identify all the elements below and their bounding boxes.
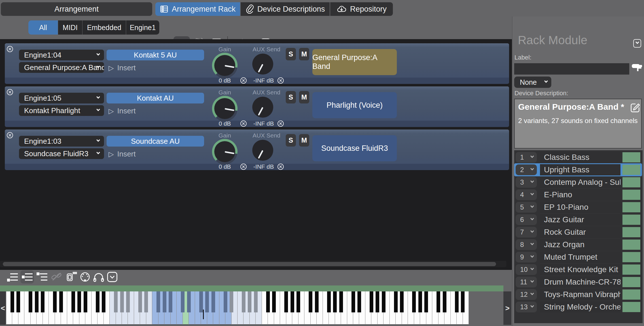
solo-button[interactable]: S	[286, 48, 296, 60]
keyboard-scroll-left-button[interactable]: <	[0, 291, 6, 325]
black-key[interactable]	[357, 291, 361, 312]
sound-row[interactable]: 6Jazz Guitar	[515, 214, 641, 225]
black-key[interactable]	[248, 291, 251, 312]
sound-row[interactable]: 8Jazz Organ	[515, 239, 641, 250]
device-target-button[interactable]: Soundcase FluidR3	[312, 135, 397, 161]
black-key[interactable]	[84, 291, 87, 312]
sound-color-swatch[interactable]	[622, 215, 640, 225]
plugin-button[interactable]: Soundcase AU	[107, 136, 204, 147]
sound-row[interactable]: 5EP 10-Piano	[515, 202, 641, 213]
solo-button[interactable]: S	[286, 91, 296, 103]
black-key[interactable]	[309, 291, 312, 312]
sound-row[interactable]: 10Street Knowledge Kit	[515, 264, 641, 275]
device-description-box[interactable]: General Purpose:A Band * 2 variants, 27 …	[514, 99, 642, 149]
black-key[interactable]	[224, 291, 227, 312]
sound-number-dropdown[interactable]: 11	[516, 277, 537, 287]
sound-color-swatch[interactable]	[622, 165, 640, 175]
black-key[interactable]	[376, 291, 379, 312]
black-key[interactable]	[455, 291, 459, 312]
sound-row[interactable]: 12Toys-Rapman Vibraphon	[515, 289, 641, 300]
sound-name-field[interactable]: Street Knowledge Kit	[540, 264, 620, 275]
black-key[interactable]	[35, 291, 39, 312]
black-key[interactable]	[266, 291, 270, 312]
tab-arrangement-rack[interactable]: Arrangement Rack	[155, 2, 240, 16]
black-key[interactable]	[351, 291, 355, 312]
sound-color-swatch[interactable]	[622, 252, 640, 262]
black-key[interactable]	[10, 291, 14, 312]
horizontal-scrollbar-thumb[interactable]	[3, 262, 496, 266]
label-input[interactable]	[514, 63, 629, 75]
sound-name-field[interactable]: Drum Machine-CR-78	[540, 276, 620, 288]
sound-name-field[interactable]: Jazz Guitar	[540, 214, 620, 225]
filter-midi[interactable]: MIDI	[58, 20, 82, 35]
black-key[interactable]	[272, 291, 276, 312]
insert-button[interactable]: ▷Insert	[109, 63, 136, 72]
black-key[interactable]	[53, 291, 57, 312]
filter-embedded[interactable]: Embedded	[82, 20, 126, 35]
sound-row[interactable]: 1Classic Bass	[515, 152, 641, 163]
aux-send-knob[interactable]	[252, 140, 273, 161]
patch-dropdown[interactable]: Kontakt Pharlight	[19, 105, 104, 116]
reset-aux-button[interactable]	[277, 77, 284, 84]
remove-row-button[interactable]	[7, 132, 13, 139]
black-key[interactable]	[424, 291, 428, 312]
remove-row-button[interactable]	[7, 89, 13, 96]
black-key[interactable]	[437, 291, 440, 312]
gain-knob[interactable]	[212, 96, 238, 121]
aux-send-knob[interactable]	[252, 54, 273, 75]
black-key[interactable]	[199, 291, 203, 312]
insert-button[interactable]: ▷Insert	[109, 107, 136, 115]
sound-color-swatch[interactable]	[622, 240, 640, 250]
tab-device-descriptions[interactable]: Device Descriptions	[241, 2, 330, 16]
sound-number-dropdown[interactable]: 13	[516, 302, 537, 312]
black-key[interactable]	[169, 291, 172, 312]
black-key[interactable]	[400, 291, 404, 312]
sound-number-dropdown[interactable]: 12	[516, 289, 537, 300]
midi-din-button[interactable]	[78, 270, 92, 283]
device-target-button[interactable]: Pharlight (Voice)	[312, 92, 397, 118]
black-key[interactable]	[339, 291, 343, 312]
black-key[interactable]	[461, 291, 465, 312]
patch-dropdown[interactable]: General Purpose:A Band	[19, 62, 104, 73]
black-key[interactable]	[291, 291, 294, 312]
sound-number-dropdown[interactable]: 2	[516, 164, 537, 175]
black-key[interactable]	[59, 291, 63, 312]
black-key[interactable]	[29, 291, 32, 312]
patch-dropdown[interactable]: Soundcase FluidR3	[19, 148, 104, 159]
sound-color-swatch[interactable]	[622, 277, 640, 287]
sound-number-dropdown[interactable]: 4	[516, 189, 537, 200]
sound-number-dropdown[interactable]: 1	[516, 152, 537, 163]
sound-name-field[interactable]: String Melody - Orchest	[540, 301, 620, 313]
mute-button[interactable]: M	[299, 48, 309, 60]
engine-dropdown[interactable]: Engine1:05	[19, 93, 104, 103]
black-key[interactable]	[211, 291, 215, 312]
sound-row[interactable]: 2Upright Bass	[515, 164, 641, 175]
mute-button[interactable]: M	[299, 91, 309, 103]
sound-color-swatch[interactable]	[622, 177, 640, 187]
sound-row[interactable]: 3Contemp Analog - Sub B	[515, 177, 641, 188]
sound-name-field[interactable]: Contemp Analog - Sub B	[540, 177, 620, 188]
black-key[interactable]	[102, 291, 105, 312]
horizontal-scrollbar[interactable]	[0, 261, 506, 267]
reset-aux-button[interactable]	[277, 120, 284, 127]
black-key[interactable]	[412, 291, 416, 312]
black-key[interactable]	[284, 291, 288, 312]
piano-keys[interactable]	[6, 291, 469, 325]
sound-name-field[interactable]: Muted Trumpet	[540, 251, 620, 263]
engine-dropdown[interactable]: Engine1:04	[19, 50, 104, 60]
sound-name-field[interactable]: Classic Bass	[540, 152, 620, 163]
black-key[interactable]	[114, 291, 118, 312]
sound-number-dropdown[interactable]: 8	[516, 239, 537, 250]
solo-button[interactable]: S	[286, 134, 296, 147]
black-key[interactable]	[16, 291, 20, 312]
black-key[interactable]	[120, 291, 124, 312]
aux-send-knob[interactable]	[252, 97, 273, 118]
sound-number-dropdown[interactable]: 7	[516, 227, 537, 238]
filter-engine1[interactable]: Engine1	[126, 20, 159, 35]
black-key[interactable]	[230, 291, 233, 312]
plugin-button[interactable]: Kontakt AU	[107, 93, 204, 103]
black-key[interactable]	[333, 291, 337, 312]
reset-aux-button[interactable]	[277, 163, 284, 170]
sound-row[interactable]: 11Drum Machine-CR-78	[515, 276, 641, 288]
plugin-button[interactable]: Kontakt 5 AU	[107, 50, 204, 60]
